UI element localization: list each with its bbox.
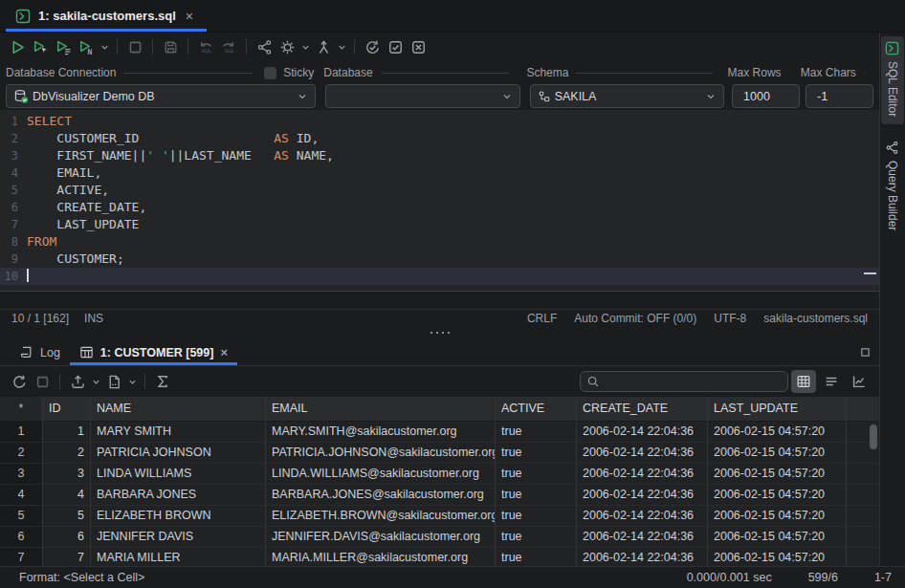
reload-button[interactable]: [8, 370, 31, 393]
text-view-button[interactable]: [819, 370, 844, 393]
editor-line[interactable]: 1SELECT: [0, 113, 879, 130]
rail-tab-sql-editor[interactable]: SQL Editor: [881, 36, 904, 124]
email-cell[interactable]: MARY.SMITH@sakilacustomer.org: [266, 422, 496, 443]
id-cell[interactable]: 7: [43, 548, 91, 566]
editor-line[interactable]: 10: [0, 268, 879, 285]
column-header-email[interactable]: EMAIL: [266, 397, 496, 422]
grid-view-button[interactable]: [791, 370, 816, 393]
id-cell[interactable]: 5: [43, 506, 91, 527]
execute-dropdown-chevron-icon[interactable]: [98, 35, 111, 58]
id-cell[interactable]: 1: [43, 422, 91, 443]
column-header-last-update[interactable]: LAST_UPDATE: [708, 397, 847, 422]
next-sql-button[interactable]: SQL: [217, 35, 240, 58]
column-header-active[interactable]: ACTIVE: [496, 397, 577, 422]
editor-line[interactable]: 9 CUSTOMER;: [0, 250, 879, 268]
sticky-checkbox[interactable]: [264, 67, 276, 79]
previous-sql-button[interactable]: SQL: [194, 35, 217, 58]
last-update-cell[interactable]: 2006-02-15 04:57:20: [708, 527, 847, 548]
create-date-cell[interactable]: 2006-02-14 22:04:36: [577, 485, 708, 506]
settings-gear-icon[interactable]: [276, 35, 298, 58]
tab-result-customer[interactable]: 1: CUSTOMER [599] ×: [70, 339, 237, 365]
encoding[interactable]: UTF-8: [714, 312, 746, 325]
table-row[interactable]: 11MARY SMITHMARY.SMITH@sakilacustomer.or…: [0, 422, 879, 443]
create-date-cell[interactable]: 2006-02-14 22:04:36: [577, 506, 708, 527]
table-row[interactable]: 22PATRICIA JOHNSONPATRICIA.JOHNSON@sakil…: [0, 443, 879, 464]
column-header-name[interactable]: NAME: [91, 397, 266, 422]
settings-chevron-icon[interactable]: [298, 35, 312, 58]
table-row[interactable]: 55ELIZABETH BROWNELIZABETH.BROWN@sakilac…: [0, 506, 879, 527]
editor-line[interactable]: 6 CREATE_DATE,: [0, 199, 879, 216]
active-cell[interactable]: true: [496, 485, 577, 506]
id-cell[interactable]: 4: [43, 485, 91, 506]
last-update-cell[interactable]: 2006-02-15 04:57:20: [708, 443, 847, 464]
editor-tab-sakila-customers[interactable]: 1: sakila-customers.sql ×: [6, 0, 207, 32]
share-button[interactable]: [253, 35, 276, 58]
last-update-cell[interactable]: 2006-02-15 04:57:20: [708, 485, 847, 506]
editor-line[interactable]: 7 LAST_UPDATE: [0, 216, 879, 233]
panel-splitter-handle[interactable]: [0, 326, 879, 339]
database-select[interactable]: [325, 84, 519, 108]
id-cell[interactable]: 3: [43, 464, 91, 485]
editor-line[interactable]: 8FROM: [0, 233, 879, 250]
active-cell[interactable]: true: [496, 527, 577, 548]
auto-commit-status[interactable]: Auto Commit: OFF (0/0): [574, 312, 696, 325]
execute-current-button[interactable]: [29, 35, 52, 58]
table-row[interactable]: 44BARBARA JONESBARBARA.JONES@sakilacusto…: [0, 485, 879, 506]
commit-button[interactable]: [384, 35, 407, 58]
create-date-cell[interactable]: 2006-02-14 22:04:36: [577, 464, 708, 485]
max-rows-input[interactable]: 1000: [732, 84, 800, 108]
copy-chevron-icon[interactable]: [125, 370, 139, 393]
name-cell[interactable]: BARBARA JONES: [91, 485, 266, 506]
table-row[interactable]: 66JENNIFER DAVISJENNIFER.DAVIS@sakilacus…: [0, 527, 879, 548]
create-date-cell[interactable]: 2006-02-14 22:04:36: [577, 527, 708, 548]
email-cell[interactable]: JENNIFER.DAVIS@sakilacustomer.org: [266, 527, 496, 548]
active-cell[interactable]: true: [496, 506, 577, 527]
save-button[interactable]: [159, 35, 182, 58]
email-cell[interactable]: LINDA.WILLIAMS@sakilacustomer.org: [266, 464, 496, 485]
stop-result-button[interactable]: [31, 370, 54, 393]
execute-explain-button[interactable]: N: [75, 35, 98, 58]
email-cell[interactable]: BARBARA.JONES@sakilacustomer.org: [266, 485, 496, 506]
email-cell[interactable]: ELIZABETH.BROWN@sakilacustomer.org: [266, 506, 496, 527]
sql-editor[interactable]: 1SELECT2 CUSTOMER_ID AS ID,3 FIRST_NAME|…: [0, 110, 879, 292]
copy-document-button[interactable]: [102, 370, 125, 393]
filler-cell[interactable]: [847, 527, 879, 548]
schema-select[interactable]: SAKILA: [530, 84, 724, 108]
row-number-cell[interactable]: 3: [0, 464, 43, 485]
create-date-cell[interactable]: 2006-02-14 22:04:36: [577, 443, 708, 464]
last-update-cell[interactable]: 2006-02-15 04:57:20: [708, 506, 847, 527]
last-update-cell[interactable]: 2006-02-15 04:57:20: [708, 464, 847, 485]
rail-tab-query-builder[interactable]: Query Builder: [881, 136, 904, 238]
rollback-button[interactable]: [407, 35, 430, 58]
create-date-cell[interactable]: 2006-02-14 22:04:36: [577, 548, 708, 566]
search-input[interactable]: [600, 375, 782, 388]
execute-button[interactable]: [6, 35, 29, 58]
format-sql-button[interactable]: [312, 35, 335, 58]
editor-line[interactable]: 4 EMAIL,: [0, 164, 879, 182]
active-cell[interactable]: true: [496, 443, 577, 464]
maximize-panel-icon[interactable]: [859, 346, 872, 359]
table-row[interactable]: 33LINDA WILLIAMSLINDA.WILLIAMS@sakilacus…: [0, 464, 879, 485]
id-cell[interactable]: 2: [43, 443, 91, 464]
commit-refresh-button[interactable]: [361, 35, 384, 58]
filler-cell[interactable]: [847, 506, 879, 527]
line-ending[interactable]: CRLF: [527, 312, 557, 325]
name-cell[interactable]: MARY SMITH: [91, 422, 266, 443]
email-cell[interactable]: MARIA.MILLER@sakilacustomer.org: [266, 548, 496, 566]
export-button[interactable]: [66, 370, 89, 393]
row-number-cell[interactable]: 1: [0, 422, 43, 443]
chart-view-button[interactable]: [847, 370, 872, 393]
name-cell[interactable]: PATRICIA JOHNSON: [91, 443, 266, 464]
filler-cell[interactable]: [847, 485, 879, 506]
export-chevron-icon[interactable]: [89, 370, 102, 393]
table-row[interactable]: 77MARIA MILLERMARIA.MILLER@sakilacustome…: [0, 548, 879, 566]
database-connection-select[interactable]: DbVisualizer Demo DB: [6, 84, 316, 108]
active-cell[interactable]: true: [496, 464, 577, 485]
filler-cell[interactable]: [847, 464, 879, 485]
row-number-cell[interactable]: 7: [0, 548, 43, 566]
id-cell[interactable]: 6: [43, 527, 91, 548]
active-cell[interactable]: true: [496, 548, 577, 566]
email-cell[interactable]: PATRICIA.JOHNSON@sakilacustomer.org: [266, 443, 496, 464]
sum-button[interactable]: [151, 370, 174, 393]
name-cell[interactable]: LINDA WILLIAMS: [91, 464, 266, 485]
